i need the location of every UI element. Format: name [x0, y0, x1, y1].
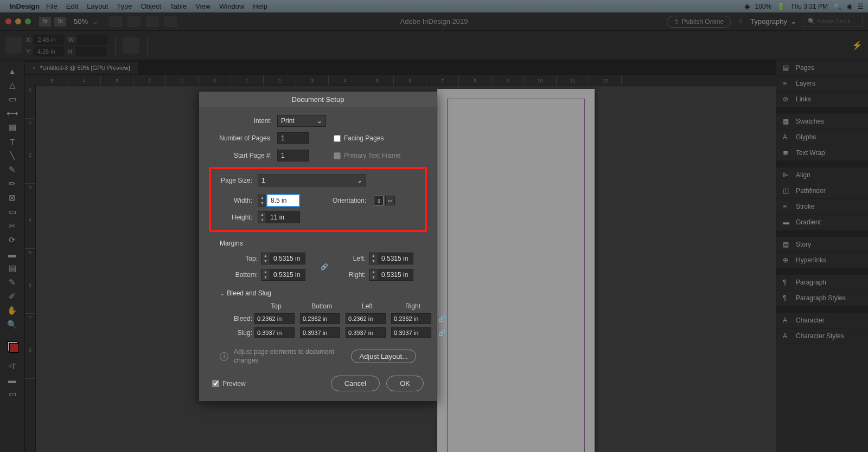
panel-align[interactable]: ⊫Align [776, 167, 868, 183]
margin-right-input[interactable] [378, 269, 413, 281]
panel-swatches[interactable]: ▦Swatches [776, 114, 868, 130]
page-size-select[interactable]: 1⌄ [258, 175, 366, 186]
rectangle-frame-tool[interactable]: ⊠ [6, 191, 19, 204]
facing-pages-checkbox[interactable]: Facing Pages [334, 134, 384, 142]
eyedropper-tool[interactable]: ✐ [6, 290, 19, 303]
minimize-window[interactable] [15, 18, 21, 24]
link-bleed-icon[interactable]: 🔗 [437, 315, 448, 322]
primary-text-frame-checkbox[interactable]: Primary Text Frame [334, 152, 400, 159]
bleed-slug-title[interactable]: Bleed and Slug [220, 289, 424, 297]
orientation-landscape-button[interactable]: ▭ [385, 196, 395, 205]
height-stepper[interactable]: ▲▼ [258, 211, 300, 223]
panel-text-wrap[interactable]: ≣Text Wrap [776, 145, 868, 161]
link-margins-icon[interactable]: 🔗 [319, 263, 330, 270]
orientation-portrait-button[interactable]: ▯ [374, 196, 384, 205]
link-slug-icon[interactable]: 🔗 [437, 330, 448, 337]
panel-hyperlinks[interactable]: ⊕Hyperlinks [776, 253, 868, 268]
line-tool[interactable]: ╲ [6, 149, 19, 162]
menu-layout[interactable]: Layout [87, 2, 108, 10]
screen-mode-icon[interactable]: ▭ [6, 388, 19, 401]
width-stepper[interactable]: ▲▼ [258, 194, 300, 207]
selection-tool[interactable]: ▲ [6, 64, 19, 78]
maximize-window[interactable] [25, 18, 31, 24]
lightning-icon[interactable]: ⚡ [852, 40, 863, 50]
slug-right-input[interactable] [391, 327, 431, 338]
view-options-icon[interactable] [109, 16, 122, 27]
workspace-select[interactable]: Typography⌄ [750, 17, 796, 25]
zoom-tool[interactable]: 🔍 [6, 318, 19, 331]
panel-character-styles[interactable]: ACharacter Styles [776, 328, 868, 344]
free-transform-tool[interactable]: ⟳ [6, 234, 19, 247]
page[interactable] [437, 89, 595, 452]
panel-paragraph[interactable]: ¶Paragraph [776, 275, 868, 290]
start-page-input[interactable] [277, 150, 309, 162]
menu-edit[interactable]: Edit [66, 2, 78, 10]
panel-stroke[interactable]: ≡Stroke [776, 199, 868, 215]
content-collector-tool[interactable]: ▦ [6, 121, 19, 134]
panel-glyphs[interactable]: AGlyphs [776, 130, 868, 145]
panel-story[interactable]: ▤Story [776, 237, 868, 253]
gradient-feather-tool[interactable]: ▤ [6, 262, 19, 275]
formatting-container-icon[interactable]: ▫T [6, 359, 19, 372]
bleed-right-input[interactable] [391, 313, 431, 324]
menu-file[interactable]: File [46, 2, 58, 10]
panel-paragraph-styles[interactable]: ¶Paragraph Styles [776, 290, 868, 306]
margin-left-input[interactable] [378, 253, 413, 264]
reference-point-icon[interactable] [5, 37, 22, 54]
slug-left-input[interactable] [346, 327, 386, 338]
menu-type[interactable]: Type [117, 2, 132, 10]
adobe-stock-search[interactable]: 🔍 Adobe Stock [803, 16, 863, 27]
arrange-icon[interactable] [146, 16, 159, 27]
fill-stroke-icon[interactable] [5, 339, 20, 354]
cancel-button[interactable]: Cancel [331, 376, 380, 391]
type-tool[interactable]: T [6, 135, 19, 148]
note-tool[interactable]: ✎ [6, 276, 19, 289]
close-tab-icon[interactable]: × [33, 65, 36, 71]
y-input[interactable] [34, 47, 63, 56]
cc-libraries-icon[interactable]: ♀ [737, 17, 744, 27]
stock-icon[interactable]: St [54, 17, 66, 27]
bleed-top-input[interactable] [254, 313, 295, 324]
intent-select[interactable]: Print⌄ [277, 115, 326, 127]
panel-character[interactable]: ACharacter [776, 313, 868, 328]
publish-online-button[interactable]: ⇪Publish Online [667, 16, 731, 28]
menu-table[interactable]: Table [170, 2, 187, 10]
panel-pages[interactable]: ▤Pages [776, 60, 868, 76]
gap-tool[interactable]: ⟷ [6, 107, 19, 120]
rectangle-tool[interactable]: ▭ [6, 205, 19, 218]
panel-pathfinder[interactable]: ◫Pathfinder [776, 183, 868, 199]
close-window[interactable] [5, 18, 11, 24]
h-input[interactable] [76, 47, 106, 56]
wifi-icon[interactable]: ◉ [744, 3, 750, 10]
scissors-tool[interactable]: ✂ [6, 219, 19, 233]
menu-window[interactable]: Window [219, 2, 244, 10]
gradient-swatch-tool[interactable]: ▬ [6, 248, 19, 261]
margin-bottom-input[interactable] [270, 269, 305, 281]
menu-object[interactable]: Object [141, 2, 162, 10]
siri-icon[interactable]: ◉ [847, 3, 852, 10]
x-input[interactable] [34, 35, 63, 44]
zoom-select[interactable]: 50% [74, 17, 98, 25]
slug-top-input[interactable] [254, 327, 295, 338]
height-input[interactable] [266, 211, 300, 223]
direct-selection-tool[interactable]: △ [6, 79, 19, 92]
panel-gradient[interactable]: ▬Gradient [776, 215, 868, 230]
app-menu[interactable]: InDesign [10, 2, 40, 10]
panel-links[interactable]: ⊘Links [776, 92, 868, 107]
rotate-icon[interactable] [123, 37, 139, 54]
bridge-icon[interactable]: Br [39, 17, 51, 27]
num-pages-input[interactable] [277, 132, 309, 144]
pencil-tool[interactable]: ✏ [6, 177, 19, 190]
ok-button[interactable]: OK [386, 376, 424, 391]
menu-extras-icon[interactable]: ☰ [858, 3, 864, 10]
page-tool[interactable]: ▭ [6, 93, 19, 106]
preview-checkbox[interactable]: Preview [212, 380, 246, 388]
gpu-icon[interactable] [164, 16, 177, 27]
spotlight-icon[interactable]: 🔍 [833, 3, 841, 10]
w-input[interactable] [78, 35, 107, 44]
menu-view[interactable]: View [195, 2, 210, 10]
bleed-bottom-input[interactable] [300, 313, 340, 324]
document-tab[interactable]: ×*Untitled-3 @ 50% [GPU Preview] [25, 62, 138, 74]
margin-top-input[interactable] [270, 253, 305, 264]
width-input[interactable] [266, 194, 300, 207]
